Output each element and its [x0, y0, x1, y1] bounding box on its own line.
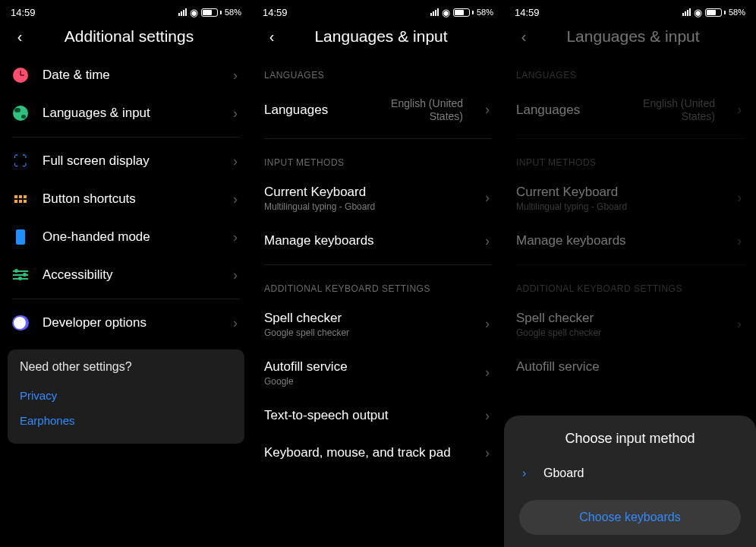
other-settings-card: Need other settings? Privacy Earphones [8, 349, 244, 444]
row-label: Current Keyboard [516, 185, 715, 200]
row-onehanded[interactable]: One-handed mode › [0, 218, 252, 256]
row-label: Languages [264, 103, 358, 118]
row-accessibility[interactable]: Accessibility › [0, 256, 252, 294]
divider [264, 264, 492, 265]
card-title: Need other settings? [20, 360, 232, 374]
row-sublabel: Multilingual typing - Gboard [264, 201, 463, 212]
row-autofill: Autofill service [504, 349, 756, 385]
row-label: Languages & input [43, 106, 211, 121]
back-button[interactable]: ‹ [263, 28, 281, 46]
status-time: 14:59 [515, 7, 540, 18]
row-fullscreen[interactable]: ⛶ Full screen display › [0, 142, 252, 180]
toggle-icon [12, 315, 29, 331]
shortcuts-icon [12, 191, 29, 207]
row-label: Spell checker [516, 311, 715, 326]
chevron-right-icon: › [231, 153, 240, 169]
row-label: Current Keyboard [264, 185, 463, 200]
phone-icon [12, 229, 29, 245]
page-title: Languages & input [542, 27, 724, 46]
signal-icon [682, 8, 691, 16]
row-label: Autofill service [264, 359, 463, 375]
row-languages-input[interactable]: Languages & input › [0, 94, 252, 132]
row-date-time[interactable]: Date & time › [0, 56, 252, 94]
section-languages: LANGUAGES [504, 56, 756, 87]
chevron-right-icon: › [483, 445, 492, 461]
battery-percent: 58% [477, 8, 493, 17]
row-manage-keyboards[interactable]: Manage keyboards › [252, 223, 504, 260]
status-bar: 14:59 ◉ 58% [504, 0, 756, 21]
status-time: 14:59 [11, 7, 36, 18]
link-privacy[interactable]: Privacy [20, 383, 232, 408]
wifi-icon: ◉ [442, 7, 450, 18]
battery-icon [453, 8, 470, 17]
row-label: Button shortcuts [43, 191, 211, 207]
row-label: Full screen display [43, 153, 211, 169]
link-earphones[interactable]: Earphones [20, 408, 232, 433]
row-spell-checker[interactable]: Spell checker Google spell checker › [252, 300, 504, 349]
chevron-right-icon: › [735, 102, 744, 118]
row-label: Manage keyboards [264, 233, 463, 248]
row-languages: Languages English (United States) › [504, 87, 756, 134]
row-shortcuts[interactable]: Button shortcuts › [0, 180, 252, 218]
row-label: Spell checker [264, 311, 463, 326]
battery-icon [705, 8, 722, 17]
status-time: 14:59 [263, 7, 288, 18]
divider [516, 264, 744, 265]
globe-icon [12, 105, 29, 122]
sheet-option-gboard[interactable]: › Gboard [504, 457, 756, 489]
chevron-right-icon: › [231, 106, 240, 122]
row-current-keyboard: Current Keyboard Multilingual typing - G… [504, 174, 756, 223]
page-title: Languages & input [290, 27, 472, 46]
battery-percent: 58% [729, 8, 745, 17]
chevron-right-icon: › [231, 68, 240, 84]
back-button[interactable]: ‹ [11, 28, 29, 46]
row-label: Languages [516, 103, 610, 118]
chevron-right-icon: › [231, 191, 240, 207]
battery-icon [201, 8, 218, 17]
battery-percent: 58% [225, 8, 241, 17]
chevron-right-icon: › [231, 315, 240, 331]
wifi-icon: ◉ [694, 7, 702, 18]
row-sublabel: Google spell checker [264, 327, 463, 338]
chevron-right-icon: › [483, 233, 492, 249]
wifi-icon: ◉ [190, 7, 198, 18]
row-tts[interactable]: Text-to-speech output › [252, 397, 504, 435]
sheet-title: Choose input method [504, 431, 756, 447]
chevron-right-icon: › [735, 316, 744, 332]
sliders-icon [12, 267, 29, 283]
row-label: Accessibility [43, 267, 211, 283]
clock-icon [12, 67, 29, 84]
sheet-option-label: Gboard [543, 466, 584, 480]
row-sublabel: Google [264, 376, 463, 387]
row-autofill[interactable]: Autofill service Google › [252, 349, 504, 397]
screen-languages-input-dialog: 14:59 ◉ 58% ‹ Languages & input LANGUAGE… [504, 0, 756, 547]
row-current-keyboard[interactable]: Current Keyboard Multilingual typing - G… [252, 174, 504, 223]
chevron-right-icon: › [483, 102, 492, 118]
status-bar: 14:59 ◉ 58% [252, 0, 504, 21]
row-label: Date & time [43, 68, 211, 83]
back-button[interactable]: ‹ [515, 28, 533, 46]
divider [516, 138, 744, 139]
section-input-methods: INPUT METHODS [504, 144, 756, 174]
divider [12, 137, 240, 138]
row-spell-checker: Spell checker Google spell checker › [504, 300, 756, 349]
chevron-right-icon: › [483, 365, 492, 381]
choose-keyboards-button[interactable]: Choose keyboards [519, 500, 741, 535]
row-developer[interactable]: Developer options › [0, 304, 252, 342]
row-sublabel: Multilingual typing - Gboard [516, 201, 715, 212]
divider [12, 299, 240, 299]
row-kmt[interactable]: Keyboard, mouse, and track pad › [252, 435, 504, 472]
screen-languages-input: 14:59 ◉ 58% ‹ Languages & input LANGUAGE… [252, 0, 504, 547]
bottom-sheet-input-method: Choose input method › Gboard Choose keyb… [504, 416, 756, 547]
section-additional: ADDITIONAL KEYBOARD SETTINGS [504, 270, 756, 300]
chevron-right-icon: › [522, 466, 533, 480]
row-sublabel: Google spell checker [516, 327, 715, 338]
chevron-right-icon: › [231, 229, 240, 245]
chevron-right-icon: › [735, 190, 744, 206]
divider [264, 138, 492, 139]
row-label: Manage keyboards [516, 233, 715, 248]
row-languages[interactable]: Languages English (United States) › [252, 87, 504, 134]
chevron-right-icon: › [483, 316, 492, 332]
row-label: Developer options [43, 315, 211, 330]
row-label: Autofill service [516, 359, 744, 375]
